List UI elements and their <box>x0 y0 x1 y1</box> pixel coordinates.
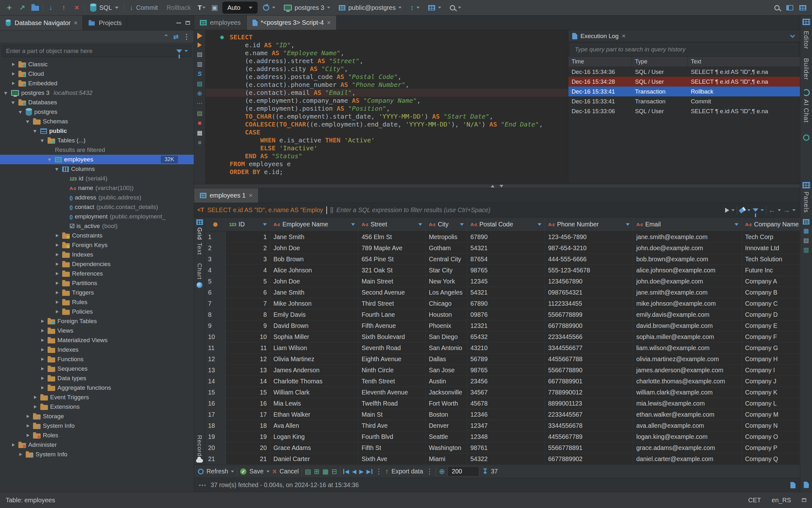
cell[interactable]: Company B <box>742 287 800 298</box>
cell[interactable]: Company A <box>742 276 800 287</box>
tab-employees[interactable]: employees <box>194 15 247 30</box>
cell[interactable]: Mia Lewis <box>270 398 358 409</box>
calc-icon[interactable]: ▦ <box>197 130 203 136</box>
chevron-down-icon[interactable] <box>761 209 764 211</box>
table-row[interactable]: 22John Doe789 Maple AveGotham54321987-65… <box>205 243 800 254</box>
cell[interactable]: Company O <box>742 431 800 442</box>
cell[interactable]: Eighth Avenue <box>358 353 426 364</box>
cell[interactable]: Dallas <box>426 353 467 364</box>
tree-expander-icon[interactable] <box>54 242 60 248</box>
next-row-icon[interactable]: ▶ <box>359 468 364 475</box>
execute-script-icon[interactable] <box>198 42 202 48</box>
cell[interactable]: 34567 <box>467 387 545 398</box>
column-filter-caret-icon[interactable] <box>735 223 738 226</box>
search-selector[interactable] <box>447 2 464 14</box>
edit-value-icon[interactable]: ▤ <box>305 468 311 475</box>
cell[interactable]: 12347 <box>467 420 545 431</box>
tree-item-classic[interactable]: Classic <box>0 59 194 69</box>
tree-expander-icon[interactable] <box>54 261 60 267</box>
tree-item-data-types[interactable]: Data types <box>0 374 194 383</box>
sql-editor[interactable]: ▤ ▥ S ▧ ⊕ ⋯ ▤ ■ ▦ ≡ SELECT e.id AS "ID",… <box>194 30 568 184</box>
execution-plan-icon[interactable]: S <box>198 71 202 77</box>
tree-expander-icon[interactable] <box>40 337 45 343</box>
cell[interactable]: Ava Allen <box>270 420 358 431</box>
cell[interactable]: Emily Davis <box>270 309 358 320</box>
cell[interactable]: 8 <box>226 309 270 320</box>
tree-expander-icon[interactable] <box>40 366 45 372</box>
table-row[interactable]: 66Jane SmithSecond AvenueLos Angeles5432… <box>205 287 800 298</box>
add-row-icon[interactable]: ⊞ <box>314 468 320 475</box>
references-panel-icon[interactable]: ▥ <box>804 247 809 253</box>
tree-expander-icon[interactable] <box>25 423 31 429</box>
cell[interactable]: 444-555-6666 <box>545 254 633 264</box>
cell[interactable]: Company I <box>742 365 800 375</box>
cell[interactable]: Innovate Ltd <box>742 243 800 253</box>
transaction-mode-combo[interactable]: Auto <box>222 2 257 14</box>
cell[interactable]: 4455667788 <box>545 353 633 364</box>
cell[interactable]: Third Street <box>358 298 426 309</box>
tree-item-foreign-tables[interactable]: Foreign Tables <box>0 316 194 326</box>
cell[interactable]: 16 <box>226 398 270 409</box>
row-number[interactable]: 16 <box>205 398 226 409</box>
fetch-size-input[interactable]: 200 <box>448 466 479 477</box>
cell[interactable]: 56789 <box>467 353 545 364</box>
cell[interactable]: 65432 <box>467 331 545 342</box>
drag-grip-icon[interactable] <box>330 207 333 213</box>
cell[interactable]: 45678 <box>467 398 545 409</box>
tree-item-schemas[interactable]: Schemas <box>0 117 194 126</box>
table-row[interactable]: 88Emily DavisFourth LaneHouston098765566… <box>205 309 800 320</box>
tree-item-databases[interactable]: Databases <box>0 98 194 107</box>
cell[interactable]: john.doe@example.com <box>633 243 742 253</box>
cell[interactable]: ethan.walker@example.com <box>633 409 742 420</box>
tree-item-triggers[interactable]: Triggers <box>0 288 194 297</box>
tree-item-system-info[interactable]: System Info <box>0 421 194 431</box>
log-row[interactable]: Dec-16 15:33:41TransactionCommit <box>568 96 800 106</box>
tab-script-4[interactable]: *<postgres 3> Script-4 <box>247 15 337 30</box>
record-mode-toggle[interactable]: Record <box>196 435 203 456</box>
cell[interactable]: Future Inc <box>742 265 800 276</box>
cell[interactable]: Bob Brown <box>270 254 358 264</box>
new-sql-editor-icon[interactable] <box>209 2 220 13</box>
chevron-down-icon[interactable] <box>778 209 781 211</box>
global-search-icon[interactable] <box>771 2 782 13</box>
cell[interactable]: james.anderson@example.com <box>633 365 742 375</box>
transactions-icon[interactable]: T <box>196 2 207 13</box>
cell[interactable]: Gotham <box>426 243 467 253</box>
column-filter-caret-icon[interactable] <box>351 223 355 226</box>
tab-projects[interactable]: Projects <box>83 15 127 30</box>
cell[interactable]: John Doe <box>270 276 358 287</box>
tree-item-rules[interactable]: Rules <box>0 297 194 307</box>
cell[interactable]: 13 <box>226 365 270 375</box>
cell[interactable]: 23456 <box>467 376 545 387</box>
cell[interactable]: Twelfth Road <box>358 398 426 409</box>
cell[interactable]: 7788990012 <box>545 387 633 398</box>
row-number[interactable]: 14 <box>205 376 226 387</box>
cell[interactable]: 1 <box>226 231 270 242</box>
tree-expander-icon[interactable] <box>54 252 60 257</box>
cell[interactable]: 6677889900 <box>545 320 633 331</box>
sync-selector[interactable] <box>407 2 423 14</box>
row-number[interactable]: 12 <box>205 353 226 364</box>
document-icon[interactable] <box>790 482 796 488</box>
cell[interactable]: San Jose <box>426 365 467 375</box>
cell[interactable]: Miami <box>426 454 467 464</box>
chevron-down-icon[interactable] <box>792 209 796 211</box>
collapse-icon[interactable] <box>790 33 795 38</box>
filter-icon[interactable] <box>176 49 182 53</box>
grid-presentation-icon[interactable] <box>196 219 203 225</box>
cell[interactable]: San Diego <box>426 331 467 342</box>
cell[interactable]: 987-654-3210 <box>545 243 633 253</box>
value-viewer-icon[interactable] <box>803 219 809 224</box>
cell[interactable]: 54321 <box>467 243 545 253</box>
previous-row-icon[interactable]: ◀ <box>352 468 357 475</box>
tree-item-system-info[interactable]: System Info <box>0 450 194 459</box>
log-search-input[interactable]: Type query part to search in query histo… <box>571 44 798 55</box>
clear-filter-icon[interactable] <box>739 207 746 213</box>
tree-expander-icon[interactable] <box>40 138 45 143</box>
cell[interactable]: 1122334455 <box>545 298 633 309</box>
tree-item-results-are-filtered[interactable]: Results are filtered <box>0 145 194 155</box>
connect-icon[interactable] <box>17 2 28 13</box>
cell[interactable]: Sophia Miller <box>270 331 358 342</box>
cell[interactable]: Central City <box>426 254 467 264</box>
column-filter-caret-icon[interactable] <box>538 223 541 226</box>
